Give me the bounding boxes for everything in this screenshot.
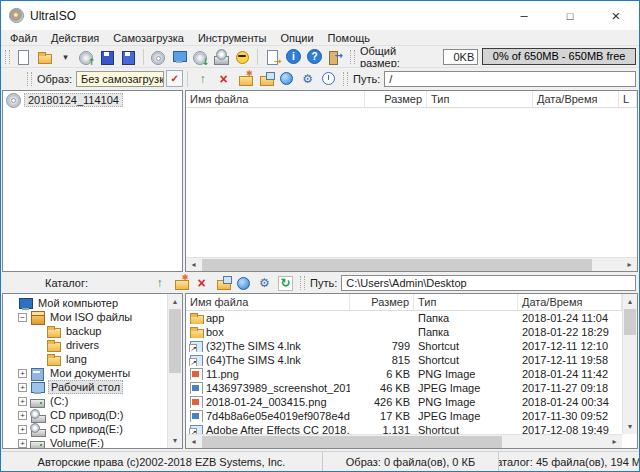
column-header[interactable]: Тип [427, 91, 533, 107]
rename-icon[interactable] [255, 69, 276, 89]
horizontal-scrollbar[interactable]: ◂ ▸ [186, 257, 637, 271]
burn-cd-icon[interactable] [211, 47, 232, 67]
refresh-icon[interactable]: ↻ [275, 273, 296, 293]
tree-expander[interactable]: + [18, 439, 27, 448]
tree-expander[interactable]: + [18, 383, 27, 392]
tree-expander[interactable]: + [18, 411, 27, 420]
scroll-up-icon[interactable]: ▴ [173, 294, 177, 309]
file-row[interactable]: app Папка 2018-01-24 11:04 [186, 311, 622, 325]
help-icon[interactable]: ? [304, 47, 325, 67]
file-row[interactable]: 1436973989_screenshot_2015-07-... 46 KB … [186, 381, 622, 395]
open-image-icon[interactable] [34, 47, 55, 67]
tree-item[interactable]: + CD привод(E:) [3, 422, 167, 436]
file-row[interactable]: 11.png 6 KB PNG Image 2018-01-24 11:42 [186, 367, 622, 381]
tree-expander[interactable]: + [18, 369, 27, 378]
file-row[interactable]: 2018-01-24_003415.png 426 KB PNG Image 2… [186, 395, 622, 409]
vertical-scrollbar[interactable]: ▴ ▾ [167, 294, 182, 448]
tree-item[interactable]: backup [3, 324, 167, 338]
iso-root-item[interactable]: 20180124_114104 [3, 91, 182, 106]
save-icon[interactable] [97, 47, 118, 67]
file-row[interactable]: Adobe After Effects CC 2018.lnk 1,131 Sh… [186, 423, 622, 434]
scroll-thumb[interactable] [202, 259, 592, 271]
column-header[interactable]: L [619, 91, 637, 107]
scroll-left-icon[interactable]: ◂ [186, 258, 201, 272]
info-icon[interactable]: i [283, 47, 304, 67]
new-folder-icon[interactable] [170, 273, 191, 293]
settings-icon[interactable]: ⚙ [254, 273, 275, 293]
view-mode-icon[interactable] [318, 69, 339, 89]
tree-item[interactable]: Мой компьютер [3, 296, 167, 310]
open-dropdown-icon[interactable]: ▾ [55, 47, 76, 67]
tree-item[interactable]: + Рабочий стол [3, 380, 167, 394]
file-type: PNG Image [414, 396, 518, 408]
rip-cd-icon[interactable] [190, 47, 211, 67]
tree-item[interactable]: lang [3, 352, 167, 366]
menu-help[interactable]: Помощь [321, 32, 378, 44]
file-row[interactable]: 7d4b8a6e05e4019ef9078e4d9e8.jpg 17 KB JP… [186, 409, 622, 423]
tree-item[interactable]: + (C:) [3, 394, 167, 408]
column-header[interactable]: Размер [350, 294, 414, 310]
capacity-indicator: 0% of 650MB - 650MB free [482, 48, 636, 65]
tree-expander[interactable]: + [18, 397, 27, 406]
scroll-down-icon[interactable]: ▾ [628, 419, 632, 434]
file-type-icon [189, 424, 203, 434]
menu-tools[interactable]: Инструменты [191, 32, 274, 44]
boot-check-button[interactable]: ✓ [166, 70, 183, 87]
horizontal-scrollbar[interactable]: ◂ ▸ [186, 434, 622, 448]
create-cd-image-icon[interactable] [76, 47, 97, 67]
save-as-icon[interactable] [118, 47, 139, 67]
mount-icon[interactable] [262, 47, 283, 67]
exit-icon[interactable] [325, 47, 346, 67]
scroll-thumb[interactable] [624, 309, 636, 335]
column-header[interactable]: Дата/Время [518, 294, 622, 310]
local-path-input[interactable]: C:\Users\Admin\Desktop [341, 275, 636, 291]
scroll-down-icon[interactable]: ▾ [173, 433, 177, 448]
column-header[interactable]: Размер [365, 91, 427, 107]
file-row[interactable]: (32)The SIMS 4.lnk 799 Shortcut 2017-12-… [186, 339, 622, 353]
scroll-thumb[interactable] [169, 309, 181, 373]
scroll-right-icon[interactable]: ▸ [622, 258, 637, 272]
tree-expander[interactable]: − [18, 313, 27, 322]
rename-icon[interactable] [212, 273, 233, 293]
up-level-icon[interactable]: ↑ [149, 273, 170, 293]
file-row[interactable]: (64)The SIMS 4.lnk 815 Shortcut 2017-12-… [186, 353, 622, 367]
scroll-right-icon[interactable]: ▸ [607, 435, 622, 449]
add-files-icon[interactable] [276, 69, 297, 89]
convert-icon[interactable] [169, 47, 190, 67]
column-header[interactable]: Тип [414, 294, 518, 310]
delete-icon[interactable]: × [213, 69, 234, 89]
new-image-icon[interactable] [13, 47, 34, 67]
scroll-up-icon[interactable]: ▴ [628, 294, 632, 309]
tree-item-icon [30, 311, 45, 324]
image-path-input[interactable]: / [384, 71, 636, 87]
close-button[interactable]: × [593, 1, 639, 30]
column-header[interactable]: Имя файла [186, 294, 350, 310]
tree-item[interactable]: drivers [3, 338, 167, 352]
burn-disc-icon[interactable] [148, 47, 169, 67]
tree-item[interactable]: + Мои документы [3, 366, 167, 380]
menu-actions[interactable]: Действия [44, 32, 106, 44]
browse-icon[interactable] [233, 273, 254, 293]
scroll-left-icon[interactable]: ◂ [186, 435, 201, 449]
tree-item[interactable]: − Мои ISO файлы [3, 310, 167, 324]
new-folder-icon[interactable] [234, 69, 255, 89]
file-row[interactable]: box Папка 2018-01-22 18:29 [186, 325, 622, 339]
toolbar-grip [343, 72, 348, 86]
menu-bootable[interactable]: Самозагрузка [106, 32, 191, 44]
minimize-button[interactable]: – [501, 1, 547, 30]
menu-file[interactable]: Файл [3, 32, 44, 44]
extract-up-icon[interactable]: ↑ [192, 69, 213, 89]
tree-item[interactable]: + Volume(F:) [3, 436, 167, 448]
file-size: 6 KB [350, 368, 414, 380]
column-header[interactable]: Имя файла [186, 91, 365, 107]
tree-item[interactable]: + CD привод(D:) [3, 408, 167, 422]
tree-expander[interactable]: + [18, 425, 27, 434]
maximize-button[interactable]: □ [547, 1, 593, 30]
scroll-thumb[interactable] [202, 436, 502, 448]
properties-icon[interactable]: ⚙ [297, 69, 318, 89]
delete-icon[interactable]: × [191, 273, 212, 293]
vertical-scrollbar[interactable]: ▴ ▾ [622, 294, 637, 434]
menu-options[interactable]: Опции [273, 32, 320, 44]
column-header[interactable]: Дата/Время [533, 91, 619, 107]
compress-iso-icon[interactable] [232, 47, 253, 67]
